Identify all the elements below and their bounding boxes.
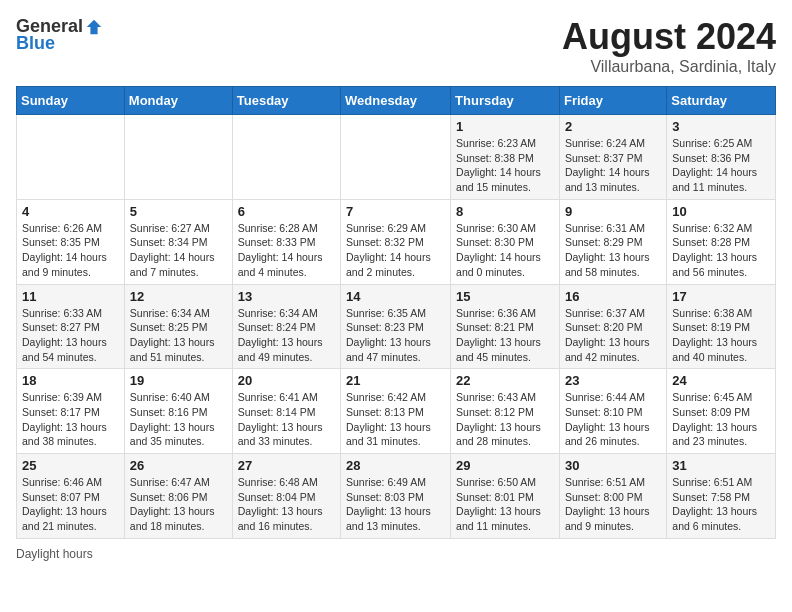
- day-info: Sunrise: 6:28 AM Sunset: 8:33 PM Dayligh…: [238, 221, 335, 280]
- day-number: 1: [456, 119, 554, 134]
- day-info: Sunrise: 6:43 AM Sunset: 8:12 PM Dayligh…: [456, 390, 554, 449]
- day-number: 14: [346, 289, 445, 304]
- logo-blue: Blue: [16, 33, 55, 54]
- day-number: 9: [565, 204, 661, 219]
- day-of-week-header: Wednesday: [341, 87, 451, 115]
- calendar-cell: 26Sunrise: 6:47 AM Sunset: 8:06 PM Dayli…: [124, 454, 232, 539]
- calendar-cell: 27Sunrise: 6:48 AM Sunset: 8:04 PM Dayli…: [232, 454, 340, 539]
- title-block: August 2024 Villaurbana, Sardinia, Italy: [562, 16, 776, 76]
- main-title: August 2024: [562, 16, 776, 58]
- day-number: 24: [672, 373, 770, 388]
- footer: Daylight hours: [16, 547, 776, 561]
- day-of-week-header: Friday: [559, 87, 666, 115]
- day-number: 11: [22, 289, 119, 304]
- calendar-cell: 18Sunrise: 6:39 AM Sunset: 8:17 PM Dayli…: [17, 369, 125, 454]
- day-info: Sunrise: 6:46 AM Sunset: 8:07 PM Dayligh…: [22, 475, 119, 534]
- calendar-cell: 8Sunrise: 6:30 AM Sunset: 8:30 PM Daylig…: [451, 199, 560, 284]
- day-number: 10: [672, 204, 770, 219]
- day-info: Sunrise: 6:41 AM Sunset: 8:14 PM Dayligh…: [238, 390, 335, 449]
- logo-icon: [85, 18, 103, 36]
- day-number: 15: [456, 289, 554, 304]
- calendar-week-row: 4Sunrise: 6:26 AM Sunset: 8:35 PM Daylig…: [17, 199, 776, 284]
- svg-marker-0: [87, 19, 101, 33]
- day-info: Sunrise: 6:40 AM Sunset: 8:16 PM Dayligh…: [130, 390, 227, 449]
- day-info: Sunrise: 6:29 AM Sunset: 8:32 PM Dayligh…: [346, 221, 445, 280]
- day-info: Sunrise: 6:51 AM Sunset: 7:58 PM Dayligh…: [672, 475, 770, 534]
- calendar-week-row: 11Sunrise: 6:33 AM Sunset: 8:27 PM Dayli…: [17, 284, 776, 369]
- calendar-cell: [17, 115, 125, 200]
- day-of-week-header: Tuesday: [232, 87, 340, 115]
- day-info: Sunrise: 6:25 AM Sunset: 8:36 PM Dayligh…: [672, 136, 770, 195]
- calendar-cell: 25Sunrise: 6:46 AM Sunset: 8:07 PM Dayli…: [17, 454, 125, 539]
- day-number: 29: [456, 458, 554, 473]
- day-number: 25: [22, 458, 119, 473]
- calendar-cell: 5Sunrise: 6:27 AM Sunset: 8:34 PM Daylig…: [124, 199, 232, 284]
- calendar-cell: [124, 115, 232, 200]
- day-number: 28: [346, 458, 445, 473]
- calendar-cell: 12Sunrise: 6:34 AM Sunset: 8:25 PM Dayli…: [124, 284, 232, 369]
- day-info: Sunrise: 6:36 AM Sunset: 8:21 PM Dayligh…: [456, 306, 554, 365]
- calendar-cell: 31Sunrise: 6:51 AM Sunset: 7:58 PM Dayli…: [667, 454, 776, 539]
- day-info: Sunrise: 6:47 AM Sunset: 8:06 PM Dayligh…: [130, 475, 227, 534]
- day-number: 22: [456, 373, 554, 388]
- day-number: 16: [565, 289, 661, 304]
- calendar-cell: 29Sunrise: 6:50 AM Sunset: 8:01 PM Dayli…: [451, 454, 560, 539]
- day-number: 17: [672, 289, 770, 304]
- calendar-cell: 14Sunrise: 6:35 AM Sunset: 8:23 PM Dayli…: [341, 284, 451, 369]
- day-info: Sunrise: 6:23 AM Sunset: 8:38 PM Dayligh…: [456, 136, 554, 195]
- calendar-table: SundayMondayTuesdayWednesdayThursdayFrid…: [16, 86, 776, 539]
- day-info: Sunrise: 6:32 AM Sunset: 8:28 PM Dayligh…: [672, 221, 770, 280]
- calendar-cell: 1Sunrise: 6:23 AM Sunset: 8:38 PM Daylig…: [451, 115, 560, 200]
- calendar-cell: 28Sunrise: 6:49 AM Sunset: 8:03 PM Dayli…: [341, 454, 451, 539]
- day-number: 21: [346, 373, 445, 388]
- calendar-cell: 7Sunrise: 6:29 AM Sunset: 8:32 PM Daylig…: [341, 199, 451, 284]
- calendar-week-row: 18Sunrise: 6:39 AM Sunset: 8:17 PM Dayli…: [17, 369, 776, 454]
- day-info: Sunrise: 6:31 AM Sunset: 8:29 PM Dayligh…: [565, 221, 661, 280]
- day-number: 20: [238, 373, 335, 388]
- day-info: Sunrise: 6:30 AM Sunset: 8:30 PM Dayligh…: [456, 221, 554, 280]
- day-number: 4: [22, 204, 119, 219]
- day-info: Sunrise: 6:50 AM Sunset: 8:01 PM Dayligh…: [456, 475, 554, 534]
- day-info: Sunrise: 6:35 AM Sunset: 8:23 PM Dayligh…: [346, 306, 445, 365]
- day-info: Sunrise: 6:51 AM Sunset: 8:00 PM Dayligh…: [565, 475, 661, 534]
- day-number: 26: [130, 458, 227, 473]
- calendar-cell: 21Sunrise: 6:42 AM Sunset: 8:13 PM Dayli…: [341, 369, 451, 454]
- calendar-week-row: 25Sunrise: 6:46 AM Sunset: 8:07 PM Dayli…: [17, 454, 776, 539]
- day-of-week-header: Sunday: [17, 87, 125, 115]
- day-info: Sunrise: 6:27 AM Sunset: 8:34 PM Dayligh…: [130, 221, 227, 280]
- day-number: 6: [238, 204, 335, 219]
- day-number: 18: [22, 373, 119, 388]
- day-info: Sunrise: 6:33 AM Sunset: 8:27 PM Dayligh…: [22, 306, 119, 365]
- day-number: 8: [456, 204, 554, 219]
- day-number: 3: [672, 119, 770, 134]
- day-info: Sunrise: 6:42 AM Sunset: 8:13 PM Dayligh…: [346, 390, 445, 449]
- day-of-week-header: Monday: [124, 87, 232, 115]
- day-number: 19: [130, 373, 227, 388]
- calendar-cell: 13Sunrise: 6:34 AM Sunset: 8:24 PM Dayli…: [232, 284, 340, 369]
- calendar-cell: 22Sunrise: 6:43 AM Sunset: 8:12 PM Dayli…: [451, 369, 560, 454]
- day-info: Sunrise: 6:37 AM Sunset: 8:20 PM Dayligh…: [565, 306, 661, 365]
- calendar-week-row: 1Sunrise: 6:23 AM Sunset: 8:38 PM Daylig…: [17, 115, 776, 200]
- calendar-cell: 4Sunrise: 6:26 AM Sunset: 8:35 PM Daylig…: [17, 199, 125, 284]
- calendar-cell: 3Sunrise: 6:25 AM Sunset: 8:36 PM Daylig…: [667, 115, 776, 200]
- calendar-cell: 9Sunrise: 6:31 AM Sunset: 8:29 PM Daylig…: [559, 199, 666, 284]
- calendar-cell: 19Sunrise: 6:40 AM Sunset: 8:16 PM Dayli…: [124, 369, 232, 454]
- calendar-cell: 6Sunrise: 6:28 AM Sunset: 8:33 PM Daylig…: [232, 199, 340, 284]
- day-info: Sunrise: 6:45 AM Sunset: 8:09 PM Dayligh…: [672, 390, 770, 449]
- calendar-cell: 24Sunrise: 6:45 AM Sunset: 8:09 PM Dayli…: [667, 369, 776, 454]
- day-number: 23: [565, 373, 661, 388]
- day-info: Sunrise: 6:34 AM Sunset: 8:24 PM Dayligh…: [238, 306, 335, 365]
- day-info: Sunrise: 6:49 AM Sunset: 8:03 PM Dayligh…: [346, 475, 445, 534]
- day-of-week-header: Saturday: [667, 87, 776, 115]
- day-info: Sunrise: 6:39 AM Sunset: 8:17 PM Dayligh…: [22, 390, 119, 449]
- day-info: Sunrise: 6:34 AM Sunset: 8:25 PM Dayligh…: [130, 306, 227, 365]
- day-number: 2: [565, 119, 661, 134]
- calendar-cell: 11Sunrise: 6:33 AM Sunset: 8:27 PM Dayli…: [17, 284, 125, 369]
- calendar-body: 1Sunrise: 6:23 AM Sunset: 8:38 PM Daylig…: [17, 115, 776, 539]
- calendar-cell: 23Sunrise: 6:44 AM Sunset: 8:10 PM Dayli…: [559, 369, 666, 454]
- calendar-cell: 20Sunrise: 6:41 AM Sunset: 8:14 PM Dayli…: [232, 369, 340, 454]
- day-of-week-header: Thursday: [451, 87, 560, 115]
- day-info: Sunrise: 6:24 AM Sunset: 8:37 PM Dayligh…: [565, 136, 661, 195]
- day-info: Sunrise: 6:38 AM Sunset: 8:19 PM Dayligh…: [672, 306, 770, 365]
- day-number: 5: [130, 204, 227, 219]
